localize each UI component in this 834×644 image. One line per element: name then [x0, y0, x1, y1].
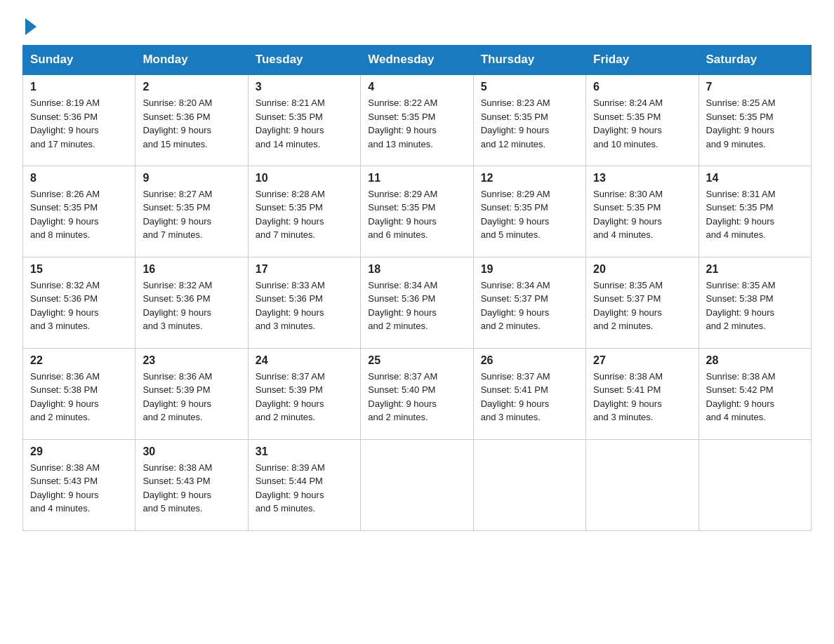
day-info: Sunrise: 8:37 AMSunset: 5:41 PMDaylight:…: [481, 371, 550, 423]
weekday-header-saturday: Saturday: [699, 46, 811, 75]
day-info: Sunrise: 8:35 AMSunset: 5:37 PMDaylight:…: [593, 280, 663, 332]
calendar-cell: 17 Sunrise: 8:33 AMSunset: 5:36 PMDaylig…: [248, 257, 360, 348]
calendar-cell: [586, 439, 699, 530]
day-number: 14: [706, 172, 804, 185]
day-info: Sunrise: 8:36 AMSunset: 5:38 PMDaylight:…: [30, 371, 100, 423]
calendar-cell: 2 Sunrise: 8:20 AMSunset: 5:36 PMDayligh…: [135, 74, 248, 166]
day-number: 28: [706, 354, 804, 367]
logo: [22, 17, 37, 32]
weekday-header-thursday: Thursday: [473, 46, 585, 75]
logo-arrow-icon: [25, 18, 37, 35]
calendar-cell: 1 Sunrise: 8:19 AMSunset: 5:36 PMDayligh…: [23, 74, 135, 166]
day-info: Sunrise: 8:38 AMSunset: 5:43 PMDaylight:…: [143, 462, 212, 514]
day-number: 8: [30, 172, 128, 185]
day-info: Sunrise: 8:33 AMSunset: 5:36 PMDaylight:…: [256, 280, 325, 332]
weekday-header-wednesday: Wednesday: [361, 46, 473, 75]
day-number: 1: [30, 81, 128, 93]
day-info: Sunrise: 8:29 AMSunset: 5:35 PMDaylight:…: [481, 189, 550, 241]
page-header: [22, 17, 812, 32]
calendar-cell: 21 Sunrise: 8:35 AMSunset: 5:38 PMDaylig…: [699, 257, 811, 348]
calendar-cell: 31 Sunrise: 8:39 AMSunset: 5:44 PMDaylig…: [248, 439, 360, 530]
calendar-cell: 10 Sunrise: 8:28 AMSunset: 5:35 PMDaylig…: [248, 166, 360, 257]
calendar-cell: [473, 439, 585, 530]
day-number: 31: [256, 445, 353, 458]
calendar-cell: 23 Sunrise: 8:36 AMSunset: 5:39 PMDaylig…: [135, 348, 248, 439]
calendar-cell: 8 Sunrise: 8:26 AMSunset: 5:35 PMDayligh…: [23, 166, 135, 257]
day-info: Sunrise: 8:34 AMSunset: 5:36 PMDaylight:…: [368, 280, 437, 332]
calendar-cell: 3 Sunrise: 8:21 AMSunset: 5:35 PMDayligh…: [248, 74, 360, 166]
day-number: 7: [706, 81, 804, 93]
day-number: 27: [593, 354, 691, 367]
day-info: Sunrise: 8:32 AMSunset: 5:36 PMDaylight:…: [143, 280, 212, 332]
calendar-cell: 29 Sunrise: 8:38 AMSunset: 5:43 PMDaylig…: [23, 439, 135, 530]
weekday-row: SundayMondayTuesdayWednesdayThursdayFrid…: [23, 46, 812, 75]
calendar-cell: 12 Sunrise: 8:29 AMSunset: 5:35 PMDaylig…: [473, 166, 585, 257]
calendar-cell: 27 Sunrise: 8:38 AMSunset: 5:41 PMDaylig…: [586, 348, 699, 439]
day-number: 13: [593, 172, 691, 185]
weekday-header-sunday: Sunday: [23, 46, 135, 75]
day-info: Sunrise: 8:19 AMSunset: 5:36 PMDaylight:…: [30, 98, 100, 149]
day-number: 11: [368, 172, 465, 185]
calendar-cell: 26 Sunrise: 8:37 AMSunset: 5:41 PMDaylig…: [473, 348, 585, 439]
day-number: 25: [368, 354, 465, 367]
weekday-header-monday: Monday: [135, 46, 248, 75]
calendar-cell: 7 Sunrise: 8:25 AMSunset: 5:35 PMDayligh…: [699, 74, 811, 166]
day-number: 30: [143, 445, 240, 458]
calendar-cell: 18 Sunrise: 8:34 AMSunset: 5:36 PMDaylig…: [361, 257, 473, 348]
calendar-week-row: 29 Sunrise: 8:38 AMSunset: 5:43 PMDaylig…: [23, 439, 812, 530]
calendar-cell: 24 Sunrise: 8:37 AMSunset: 5:39 PMDaylig…: [248, 348, 360, 439]
day-info: Sunrise: 8:38 AMSunset: 5:41 PMDaylight:…: [593, 371, 663, 423]
day-info: Sunrise: 8:38 AMSunset: 5:42 PMDaylight:…: [706, 371, 776, 423]
calendar-header: SundayMondayTuesdayWednesdayThursdayFrid…: [23, 46, 812, 75]
day-info: Sunrise: 8:21 AMSunset: 5:35 PMDaylight:…: [256, 98, 325, 149]
day-info: Sunrise: 8:35 AMSunset: 5:38 PMDaylight:…: [706, 280, 776, 332]
calendar-week-row: 22 Sunrise: 8:36 AMSunset: 5:38 PMDaylig…: [23, 348, 812, 439]
day-info: Sunrise: 8:37 AMSunset: 5:40 PMDaylight:…: [368, 371, 437, 423]
day-info: Sunrise: 8:36 AMSunset: 5:39 PMDaylight:…: [143, 371, 212, 423]
calendar-cell: 28 Sunrise: 8:38 AMSunset: 5:42 PMDaylig…: [699, 348, 811, 439]
calendar-week-row: 1 Sunrise: 8:19 AMSunset: 5:36 PMDayligh…: [23, 74, 812, 166]
calendar-cell: 19 Sunrise: 8:34 AMSunset: 5:37 PMDaylig…: [473, 257, 585, 348]
weekday-header-friday: Friday: [586, 46, 699, 75]
calendar-cell: 9 Sunrise: 8:27 AMSunset: 5:35 PMDayligh…: [135, 166, 248, 257]
calendar-cell: [699, 439, 811, 530]
day-number: 21: [706, 263, 804, 276]
day-info: Sunrise: 8:38 AMSunset: 5:43 PMDaylight:…: [30, 462, 100, 514]
calendar-week-row: 15 Sunrise: 8:32 AMSunset: 5:36 PMDaylig…: [23, 257, 812, 348]
day-number: 9: [143, 172, 240, 185]
calendar-cell: 15 Sunrise: 8:32 AMSunset: 5:36 PMDaylig…: [23, 257, 135, 348]
day-info: Sunrise: 8:37 AMSunset: 5:39 PMDaylight:…: [256, 371, 325, 423]
day-info: Sunrise: 8:34 AMSunset: 5:37 PMDaylight:…: [481, 280, 550, 332]
day-number: 18: [368, 263, 465, 276]
calendar-cell: 16 Sunrise: 8:32 AMSunset: 5:36 PMDaylig…: [135, 257, 248, 348]
calendar-table: SundayMondayTuesdayWednesdayThursdayFrid…: [22, 45, 812, 531]
day-number: 15: [30, 263, 128, 276]
day-info: Sunrise: 8:20 AMSunset: 5:36 PMDaylight:…: [143, 98, 212, 149]
calendar-cell: [361, 439, 473, 530]
day-number: 6: [593, 81, 691, 93]
day-info: Sunrise: 8:23 AMSunset: 5:35 PMDaylight:…: [481, 98, 550, 149]
day-info: Sunrise: 8:25 AMSunset: 5:35 PMDaylight:…: [706, 98, 776, 149]
calendar-cell: 30 Sunrise: 8:38 AMSunset: 5:43 PMDaylig…: [135, 439, 248, 530]
calendar-cell: 20 Sunrise: 8:35 AMSunset: 5:37 PMDaylig…: [586, 257, 699, 348]
day-info: Sunrise: 8:31 AMSunset: 5:35 PMDaylight:…: [706, 189, 776, 241]
day-info: Sunrise: 8:28 AMSunset: 5:35 PMDaylight:…: [256, 189, 325, 241]
calendar-cell: 11 Sunrise: 8:29 AMSunset: 5:35 PMDaylig…: [361, 166, 473, 257]
day-info: Sunrise: 8:39 AMSunset: 5:44 PMDaylight:…: [256, 462, 325, 514]
calendar-cell: 6 Sunrise: 8:24 AMSunset: 5:35 PMDayligh…: [586, 74, 699, 166]
day-number: 23: [143, 354, 240, 367]
day-number: 5: [481, 81, 578, 93]
day-info: Sunrise: 8:26 AMSunset: 5:35 PMDaylight:…: [30, 189, 100, 241]
day-number: 26: [481, 354, 578, 367]
day-info: Sunrise: 8:29 AMSunset: 5:35 PMDaylight:…: [368, 189, 437, 241]
calendar-week-row: 8 Sunrise: 8:26 AMSunset: 5:35 PMDayligh…: [23, 166, 812, 257]
day-info: Sunrise: 8:32 AMSunset: 5:36 PMDaylight:…: [30, 280, 100, 332]
day-number: 22: [30, 354, 128, 367]
day-number: 10: [256, 172, 353, 185]
day-number: 20: [593, 263, 691, 276]
day-number: 3: [256, 81, 353, 93]
day-number: 2: [143, 81, 240, 93]
calendar-cell: 13 Sunrise: 8:30 AMSunset: 5:35 PMDaylig…: [586, 166, 699, 257]
day-number: 4: [368, 81, 465, 93]
day-number: 29: [30, 445, 128, 458]
